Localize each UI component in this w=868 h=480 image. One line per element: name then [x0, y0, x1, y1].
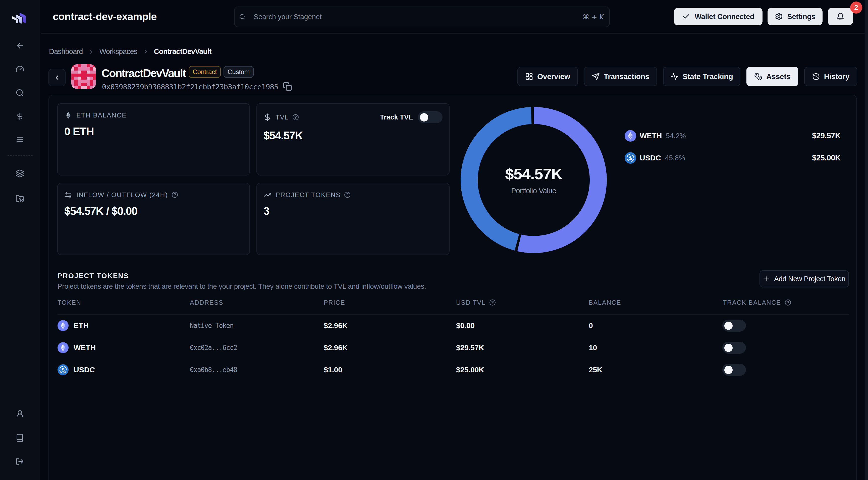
inflow-help-icon[interactable] — [172, 192, 178, 198]
token-cell: WETH — [58, 337, 96, 359]
search-shortcut: ⌘ + K — [583, 13, 604, 21]
token-price: $2.96K — [324, 337, 348, 359]
page-scrollbar[interactable] — [865, 0, 868, 480]
copy-address-icon[interactable] — [283, 82, 293, 92]
token-balance: 0 — [589, 315, 593, 337]
project-tokens-help-icon[interactable] — [344, 192, 351, 198]
project-tokens-card: PROJECT TOKENS 3 — [256, 183, 450, 255]
overview-grid-icon — [525, 72, 533, 81]
token-price: $1.00 — [324, 359, 342, 381]
track-balance-help-icon[interactable] — [785, 299, 791, 306]
track-balance-cell — [722, 337, 746, 359]
legend-row-usdc: $ USDC 45.8% $25.00K — [625, 151, 841, 165]
legend-weth-percent: 54.2% — [666, 132, 686, 140]
tvl-help-icon[interactable] — [292, 114, 299, 121]
contract-address: 0x03988239b9368831b2f21ebbf23b3af10cce19… — [102, 83, 278, 91]
menu-icon[interactable] — [14, 133, 26, 146]
sidebar-divider — [7, 155, 33, 156]
tab-transactions-label: Transactions — [604, 72, 649, 81]
tab-assets[interactable]: Assets — [746, 67, 798, 86]
send-icon — [592, 72, 600, 81]
column-track-balance-label: TRACK BALANCE — [723, 299, 781, 306]
layers-icon[interactable] — [14, 167, 26, 180]
notification-badge[interactable]: 2 — [850, 1, 862, 13]
eth-balance-label: ETH BALANCE — [76, 111, 127, 119]
card-header: PROJECT TOKENS — [264, 191, 442, 199]
usdc-token-icon: $ — [625, 152, 636, 164]
bell-icon — [836, 12, 844, 21]
dollar-icon — [264, 113, 272, 121]
column-balance: BALANCE — [589, 295, 621, 310]
search-bar[interactable]: ⌘ + K — [234, 6, 610, 27]
user-icon[interactable] — [14, 408, 26, 420]
tenderly-logo[interactable] — [10, 7, 29, 29]
settings-button[interactable]: Settings — [768, 8, 823, 25]
topbar: contract-dev-example ⌘ + K Wallet Connec… — [41, 0, 868, 34]
gear-icon — [775, 12, 783, 21]
token-address: Native Token — [190, 315, 233, 337]
token-usd-tvl: $25.00K — [456, 359, 484, 381]
breadcrumb-workspaces[interactable]: Workspaces — [99, 47, 137, 56]
legend-weth-label: WETH — [640, 132, 662, 140]
wallet-connected-button[interactable]: Wallet Connected — [674, 8, 763, 25]
toggle-knob — [724, 322, 733, 330]
toggle-knob — [420, 113, 428, 122]
docs-book-icon[interactable] — [14, 432, 26, 444]
inflow-outflow-label: INFLOW / OUTFLOW (24H) — [76, 191, 168, 199]
legend-usdc-label: USDC — [640, 154, 661, 162]
svg-text:$: $ — [62, 367, 64, 373]
workspace-title: contract-dev-example — [53, 11, 157, 23]
search-input[interactable] — [254, 13, 583, 21]
column-price: PRICE — [324, 295, 345, 310]
tab-transactions[interactable]: Transactions — [584, 67, 657, 86]
token-usd-tvl: $29.57K — [456, 337, 484, 359]
logout-icon[interactable] — [14, 455, 26, 468]
table-row-eth: ETH Native Token $2.96K $0.00 0 — [49, 315, 857, 337]
tokens-table-header: TOKEN ADDRESS PRICE USD TVL BALANCE TRAC… — [49, 295, 857, 310]
search-nav-icon[interactable] — [14, 87, 26, 99]
gauge-icon[interactable] — [14, 63, 26, 75]
track-tvl-toggle[interactable] — [418, 111, 442, 123]
tvl-value: $54.57K — [264, 129, 442, 142]
tab-overview[interactable]: Overview — [517, 67, 578, 86]
inflow-outflow-value: $54.57K / $0.00 — [64, 205, 243, 217]
toggle-knob — [724, 344, 733, 352]
legend-usdc-value: $25.00K — [812, 153, 841, 162]
usd-tvl-help-icon[interactable] — [489, 299, 496, 306]
tab-state-tracking[interactable]: State Tracking — [663, 67, 740, 86]
tab-history[interactable]: History — [804, 67, 857, 86]
portfolio-donut-chart — [453, 100, 614, 260]
toggle-knob — [724, 366, 733, 374]
legend-weth-value: $29.57K — [812, 131, 841, 140]
dollar-nav-icon[interactable] — [14, 110, 26, 123]
token-balance: 10 — [589, 337, 597, 359]
eth-balance-card: ETH BALANCE 0 ETH — [57, 103, 250, 175]
track-balance-toggle-weth[interactable] — [722, 342, 746, 354]
chevron-right-icon — [88, 49, 94, 55]
back-button[interactable] — [49, 69, 66, 86]
breadcrumb-dashboard[interactable]: Dashboard — [49, 47, 83, 56]
track-balance-toggle-eth[interactable] — [722, 320, 746, 332]
tab-overview-label: Overview — [537, 72, 570, 81]
card-header: INFLOW / OUTFLOW (24H) — [64, 191, 243, 199]
notifications-button[interactable] — [828, 8, 853, 25]
wallet-connected-label: Wallet Connected — [695, 12, 754, 21]
back-nav-icon[interactable] — [14, 40, 26, 52]
inflow-outflow-card: INFLOW / OUTFLOW (24H) $54.57K / $0.00 — [57, 183, 250, 255]
project-tokens-value: 3 — [264, 205, 442, 217]
eth-balance-value: 0 ETH — [64, 125, 243, 138]
token-name: ETH — [73, 321, 89, 330]
column-usd-tvl: USD TVL — [456, 295, 496, 310]
track-balance-cell — [722, 315, 746, 337]
assets-panel: ETH BALANCE 0 ETH TVL Track TVL $54.57K … — [49, 95, 857, 480]
token-address: 0xa0b8...eb48 — [190, 359, 237, 381]
column-token: TOKEN — [58, 295, 82, 310]
sidebar — [0, 0, 40, 480]
add-new-project-token-button[interactable]: Add New Project Token — [760, 270, 849, 287]
eth-diamond-icon — [64, 111, 72, 119]
breadcrumb-current: ContractDevVault — [154, 47, 212, 56]
project-tokens-label: PROJECT TOKENS — [276, 191, 341, 199]
arrows-left-right-icon — [64, 191, 72, 199]
contracts-folder-icon[interactable] — [14, 193, 26, 204]
track-balance-toggle-usdc[interactable] — [722, 364, 746, 376]
